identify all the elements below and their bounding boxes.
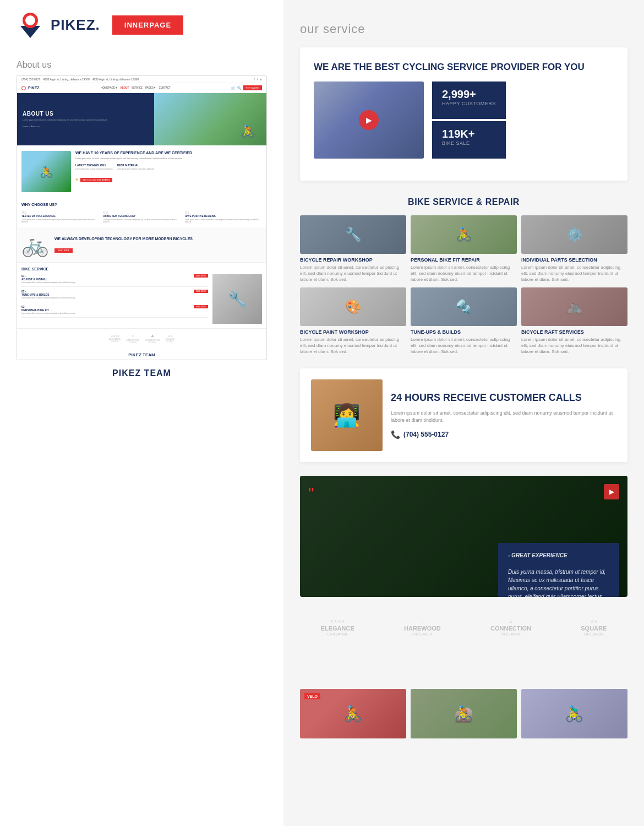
repair-grid: 🔧 BICYCLE REPAIR WORKSHOP Lorem ipsum do… [300, 215, 627, 355]
mini-cart-icon: 🛒 [231, 86, 235, 90]
mini-brand-square: ★★ SQUARE ORGANIK [165, 334, 174, 343]
bottom-image-1: VELO 🚴 [300, 689, 406, 738]
mini-service-image: 🔧 [212, 274, 262, 324]
mini-topbar: (704) 555-0127 4238 Algin st, Linting, d… [17, 76, 266, 83]
mini-why-p-2: Lorem ipsum dolor sit amet, consectetur … [103, 219, 180, 223]
logo-circle [23, 13, 38, 28]
brand-connection-type: ORGANIK [490, 632, 531, 637]
mini-feature-2: BEST MATERIAL Lorem ipsum dolor sit amet… [117, 164, 155, 170]
mini-why-num-1: 01 [21, 210, 99, 215]
mini-logo-text: PIKEZ. [28, 86, 41, 90]
brand-elegance-type: ORGANIK [321, 632, 354, 637]
testimonial-label: - GREAT EXPERIENCE [508, 552, 567, 558]
service-stats: 2,999+ HAPPY CUSTOMERS 119K+ BIKE SALE [432, 81, 506, 159]
mini-hero: ABOUT US Lorem ipsum dolor sit amet, con… [17, 93, 266, 145]
mini-service-btn-3[interactable]: READ MORE [194, 305, 208, 308]
mini-service-list: 01 - ADJUST & INSTALL Lorem ipsum dolor … [21, 274, 262, 324]
logo-text: PIKEZ. [51, 17, 100, 34]
mini-hero-title: ABOUT US [23, 111, 149, 117]
facebook-icon: f [254, 78, 254, 81]
mini-phone: (704) 555-0127 [21, 78, 40, 81]
repair-text-5: Lorem ipsum dolor sit amet, consectetur … [411, 336, 517, 355]
hours-image: 👩‍💻 [311, 379, 383, 451]
bottom-image-2: 🚵 [411, 689, 517, 738]
repair-image-2: 🚴 [411, 215, 517, 254]
mini-about-section: 🚴 WE HAVE 10 YEARS OF EXPERIENCE AND ARE… [17, 145, 266, 198]
bike-repair-title: Bike Service & Repair [300, 197, 627, 207]
repair-item-2: 🚴 PERSONAL BIKE FIT REPAIR Lorem ipsum d… [411, 215, 517, 283]
repair-item-3: ⚙️ INDIVIDUAL PARTS SELECTION Lorem ipsu… [521, 215, 627, 283]
repair-title-4: BICYCLE PAINT WORKSHOP [300, 329, 406, 335]
brands-row: ★★★★ ELEGANCE ORGANIK ⬦ HAREWOOD ORGANIK… [300, 611, 627, 645]
mini-breadcrumb: Home > About us [23, 125, 149, 128]
mini-read-more-button[interactable]: READ MORE [54, 248, 73, 253]
repair-image-3: ⚙️ [521, 215, 627, 254]
testimonial-body: Duis yurna massa, tristrum ut tempor id,… [508, 569, 605, 597]
brand-square-name: SQUARE [581, 625, 607, 632]
testimonial-section: " ▶ - GREAT EXPERIENCE Duis yurna massa,… [300, 476, 627, 597]
mini-nav-homepage: HOMEPAGE ▾ [101, 86, 117, 89]
repair-image-6: 🚲 [521, 287, 627, 326]
brand-connection: ▲ CONNECTION ORGANIK [490, 619, 531, 637]
mini-team-title: PIKEZ TEAM [17, 348, 266, 360]
mini-feature-1-title: LATEST TECHNOLOGY [75, 164, 113, 167]
instagram-icon: in [260, 78, 262, 81]
play-button[interactable]: ▶ [359, 110, 379, 130]
mini-service-left: 01 - ADJUST & INSTALL Lorem ipsum dolor … [21, 274, 208, 324]
mini-brand-harewood: ⬦ HAREWOOD ORGANIK [127, 333, 140, 344]
mini-service-item-1: 01 - ADJUST & INSTALL Lorem ipsum dolor … [21, 274, 208, 287]
stat-box-sales: 119K+ BIKE SALE [432, 121, 506, 159]
innerpage-button[interactable]: INNERPAGE [112, 15, 183, 35]
repair-text-3: Lorem ipsum dolor sit amet, consectetur … [521, 264, 627, 283]
quote-icon: " [308, 484, 314, 503]
mini-service-btn-1[interactable]: READ MORE [194, 274, 208, 278]
repair-image-5: 🔩 [411, 287, 517, 326]
testimonial-quote-text: - GREAT EXPERIENCE Duis yurna massa, tri… [508, 551, 609, 597]
brand-harewood-type: ORGANIK [404, 632, 441, 637]
mini-why-num-3: 03 [185, 210, 262, 215]
mini-feature-2-text: Lorem ipsum dolor sit amet, consectetur … [117, 168, 155, 170]
brand-square-type: ORGANIK [581, 632, 607, 637]
mini-about-image: 🚴 [21, 151, 71, 192]
mini-nav: PIKEZ. HOMEPAGE ▾ ABOUT SERVICE PAGES ▾ … [17, 83, 266, 93]
stat-box-customers: 2,999+ HAPPY CUSTOMERS [432, 81, 506, 119]
right-panel: our service WE ARE THE BEST CYCLING SERV… [283, 0, 644, 826]
mini-award-badge: BEST-SELLING BIKE AWARDS [80, 178, 112, 182]
brand-elegance: ★★★★ ELEGANCE ORGANIK [321, 619, 354, 637]
repair-title-5: TUNE-UPS & BUILDS [411, 329, 517, 335]
stat-label-customers: HAPPY CUSTOMERS [442, 101, 496, 106]
mini-nav-contact: CONTACT [159, 86, 170, 89]
mini-brand-elegance: ★★★★ ELEGANCE ORGANIK [109, 334, 121, 343]
mini-hero-left: ABOUT US Lorem ipsum dolor sit amet, con… [17, 93, 154, 145]
brand-harewood: ⬦ HAREWOOD ORGANIK [404, 619, 441, 637]
testimonial-play-button[interactable]: ▶ [604, 484, 619, 499]
service-hero-image: ▶ [314, 81, 424, 159]
mini-service-section: BIKE SERVICE 01 - ADJUST & INSTALL Lorem… [17, 262, 266, 328]
mini-service-desc-2: Lorem ipsum dolor sit amet, consectetur … [21, 297, 75, 299]
brand-harewood-icon: ⬦ [404, 619, 441, 624]
testimonial-background: " ▶ - GREAT EXPERIENCE Duis yurna massa,… [300, 476, 627, 597]
mini-service-btn-2[interactable]: READ MORE [194, 290, 208, 293]
repair-title-1: BICYCLE REPAIR WORKSHOP [300, 257, 406, 263]
mini-why-num-2: 02 [103, 210, 180, 215]
mini-bike-image: 🚲 [21, 232, 49, 258]
repair-item-5: 🔩 TUNE-UPS & BUILDS Lorem ipsum dolor si… [411, 287, 517, 355]
bottom-images: VELO 🚴 🚵 🚴‍♂️ [300, 689, 627, 738]
mini-feature-2-title: BEST MATERIAL [117, 164, 155, 167]
mini-hero-text: Lorem ipsum dolor sit amet, consectetur … [23, 119, 149, 122]
testimonial-card: - GREAT EXPERIENCE Duis yurna massa, tri… [498, 543, 619, 597]
mini-why-p-1: Lorem ipsum dolor sit amet, consectetur … [21, 219, 99, 223]
brand-elegance-name: ELEGANCE [321, 625, 354, 632]
mini-brands: ★★★★ ELEGANCE ORGANIK ⬦ HAREWOOD ORGANIK… [17, 328, 266, 348]
mini-nav-links: HOMEPAGE ▾ ABOUT SERVICE PAGES ▾ CONTACT [101, 86, 170, 89]
brand-elegance-stars: ★★★★ [321, 619, 354, 624]
hours-phone-number: (704) 555-0127 [403, 431, 449, 438]
hours-section: 👩‍💻 24 HOURS RECEIVE CUSTOMER CALLS Lore… [300, 368, 627, 462]
repair-item-1: 🔧 BICYCLE REPAIR WORKSHOP Lorem ipsum do… [300, 215, 406, 283]
mini-why-items: 01 TESTED BY PROFESSIONAL Lorem ipsum do… [21, 210, 262, 223]
mini-about-content: WE HAVE 10 YEARS OF EXPERIENCE AND ARE W… [75, 151, 262, 183]
mini-bike-heading: WE ALWAYS DEVELOPING TECHNOLOGY FOR MORE… [54, 237, 193, 241]
header: PIKEZ. INNERPAGE [0, 0, 283, 50]
mini-why-h-1: TESTED BY PROFESSIONAL [21, 215, 99, 218]
our-service-label: our service [300, 22, 627, 36]
